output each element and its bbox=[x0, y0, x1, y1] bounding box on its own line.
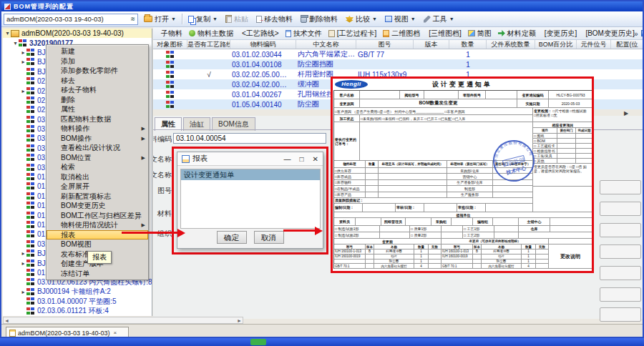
table-header-cell[interactable]: 图号 bbox=[356, 40, 414, 49]
context-menu-item[interactable]: 新建 bbox=[47, 46, 148, 56]
context-menu-item[interactable]: 物料使用情况统计 ▶ bbox=[47, 220, 148, 230]
compare-button[interactable]: 比较 ▼ bbox=[343, 14, 379, 25]
section-tab[interactable]: 子物料 bbox=[159, 29, 182, 39]
combo-dropdown-icon[interactable]: ≋ bbox=[130, 16, 135, 22]
context-menu-item[interactable]: 取消检出 bbox=[47, 172, 148, 182]
form-field[interactable] bbox=[600, 287, 641, 302]
delete-material-button[interactable]: 删除物料 bbox=[298, 14, 340, 25]
table-header-cell[interactable]: 数量 bbox=[449, 40, 487, 49]
form-field[interactable] bbox=[600, 307, 641, 322]
context-menu-item[interactable]: BOM操作 ▶ bbox=[47, 134, 148, 144]
table-header-cell[interactable]: 配置(位 bbox=[611, 40, 644, 49]
table-header-cell[interactable]: BOM百分比 bbox=[535, 40, 577, 49]
section-tab[interactable]: [BOM变更历史] bbox=[583, 29, 634, 39]
doc-cell: □ 图纸 bbox=[533, 134, 557, 139]
form-field[interactable] bbox=[600, 223, 641, 237]
material-code-field[interactable]: 03.10.04.00054 bbox=[173, 133, 326, 144]
tree-item[interactable]: ▸ BJ000194 卡箍组件A:2 bbox=[3, 287, 152, 297]
table-row[interactable]: 03.01.02.03044 内六角平端紧定… GB/T 77 1 bbox=[153, 49, 644, 59]
table-header-cell[interactable]: 是否有工艺路线 bbox=[187, 40, 230, 49]
context-menu-item[interactable]: 添加 bbox=[47, 56, 148, 66]
tree-expander-icon[interactable]: ▸ bbox=[20, 88, 26, 94]
scroll-left-icon[interactable]: ◄ bbox=[4, 318, 9, 323]
taskbar-button-fragment[interactable] bbox=[250, 339, 266, 345]
tree-expander-icon[interactable]: ▾ bbox=[4, 30, 11, 36]
tree-expander-icon[interactable]: ▸ bbox=[20, 49, 26, 56]
open-button[interactable]: 打开 ▼ bbox=[142, 14, 178, 25]
tabrow-overflow-chevron-icon[interactable]: » bbox=[634, 30, 638, 38]
context-menu-item[interactable]: 物料操作 ▶ bbox=[47, 124, 148, 134]
doc-cell: □照套标准 □无 bbox=[534, 113, 557, 117]
report-list-item-selected[interactable]: 设计变更通知单 bbox=[181, 169, 320, 180]
context-menu-item[interactable]: 属性 bbox=[47, 104, 148, 114]
table-header-cell[interactable]: 物料编码 bbox=[230, 40, 296, 49]
context-menu-item[interactable]: 冻结订单 bbox=[47, 269, 148, 279]
os-taskbar[interactable] bbox=[0, 338, 644, 346]
app-window: BOM管理列的配置 admBOM(2020-03-03 19-40-03) ≋ … bbox=[0, 0, 644, 338]
table-row[interactable]: 03.01.04.00108 防尘圈挡圈 1 bbox=[153, 59, 644, 69]
tree-item[interactable]: 03.01.04.00007 平垫圈:5 bbox=[3, 297, 152, 306]
remove-material-button[interactable]: 移去物料 bbox=[254, 14, 295, 25]
close-button[interactable]: ✕ bbox=[313, 155, 318, 163]
bom-version-combo[interactable]: admBOM(2020-03-03 19-40-03) ≋ bbox=[4, 14, 138, 25]
maximize-button[interactable]: □ bbox=[300, 155, 304, 163]
section-tab[interactable]: 二维图档 bbox=[383, 29, 420, 39]
form-field[interactable] bbox=[600, 180, 641, 194]
tree-expander-icon[interactable]: ▸ bbox=[20, 289, 26, 295]
form-field[interactable] bbox=[600, 266, 641, 280]
bom-item-icon bbox=[26, 192, 35, 200]
context-menu-item[interactable]: BOM位置 ▶ bbox=[47, 153, 148, 163]
context-menu-item[interactable]: 查看检出/设计状况 bbox=[47, 143, 148, 153]
ok-button[interactable]: 确定 bbox=[217, 231, 247, 244]
tree-expander-icon[interactable]: ▸ bbox=[20, 260, 26, 267]
section-tab[interactable]: 物料主数据 bbox=[189, 29, 233, 39]
horizontal-scrollbar[interactable]: ◄ ► bbox=[3, 317, 243, 324]
dialog-title-bar[interactable]: 报表 — □ ✕ bbox=[177, 152, 323, 166]
context-menu-item[interactable]: 删除 bbox=[47, 95, 148, 105]
table-header-cell[interactable]: 版本 bbox=[414, 40, 449, 49]
bottom-document-tab[interactable]: admBOM(2020-03-03 19-40-03) × bbox=[6, 327, 129, 338]
tree-expander-icon[interactable]: ▸ bbox=[20, 59, 26, 65]
title-bar[interactable]: BOM管理列的配置 bbox=[1, 1, 643, 11]
context-menu-item[interactable]: 全屏展开 bbox=[47, 182, 148, 192]
scroll-right-icon[interactable]: ► bbox=[237, 318, 242, 323]
table-header-cell[interactable]: 对象图标 bbox=[153, 40, 187, 49]
table-header-cell[interactable]: 元件位号 bbox=[577, 40, 611, 49]
section-tab[interactable]: 简图 bbox=[468, 29, 492, 39]
view-menu-button[interactable]: 视图 ▼ bbox=[383, 14, 418, 25]
context-menu-item[interactable]: 检索 bbox=[47, 162, 148, 172]
section-tab[interactable]: 材料定额 bbox=[498, 29, 536, 39]
form-field[interactable] bbox=[600, 202, 641, 216]
cancel-button[interactable]: 取消 bbox=[254, 231, 284, 244]
context-menu-item[interactable]: BOM变更历史 bbox=[47, 201, 148, 211]
context-menu-item[interactable]: 刷新配置项标志 bbox=[47, 192, 148, 202]
tree-item[interactable]: 02.03.06.01121 环板:4 bbox=[3, 306, 152, 315]
section-tab[interactable]: [工艺过程卡] bbox=[328, 29, 377, 39]
context-menu-item[interactable]: 匹配物料主数据 bbox=[47, 114, 148, 124]
tools-menu-button[interactable]: 工具 ▼ bbox=[421, 14, 457, 25]
tree-item[interactable]: ▾ admBOM(2020-03-03 19-40-03) bbox=[3, 29, 152, 38]
context-menu-item[interactable]: BOM视图 bbox=[47, 239, 148, 249]
table-header-cell[interactable]: 中文名称 bbox=[296, 40, 356, 49]
doc-cell: 仓库 bbox=[519, 226, 550, 232]
section-tab[interactable]: <工艺路线> bbox=[240, 29, 279, 39]
paste-button[interactable]: 粘贴 bbox=[223, 14, 250, 25]
tree-expander-icon[interactable]: ▾ bbox=[12, 40, 19, 46]
form-field[interactable] bbox=[600, 244, 641, 259]
context-menu-item[interactable]: 移去子物料 bbox=[47, 85, 148, 95]
copy-button[interactable]: 复制 ▼ bbox=[186, 14, 220, 25]
section-tab[interactable]: 物料发布库 bbox=[641, 29, 644, 39]
context-menu-item[interactable]: BOM工作区与归档区差异 bbox=[47, 211, 148, 221]
context-menu-item[interactable]: 移去 bbox=[47, 76, 148, 86]
section-tab[interactable]: 技术文件 bbox=[286, 29, 322, 39]
doc-cell: 阀组型号 bbox=[400, 91, 424, 99]
panel-expander-icon[interactable]: ▶ bbox=[624, 110, 628, 117]
table-header-cell[interactable]: 父件系统数量 bbox=[487, 40, 535, 49]
section-tab[interactable]: [三维图档] bbox=[426, 29, 462, 39]
doc-cell: 版本 bbox=[366, 244, 374, 249]
tree-expander-icon[interactable]: ▸ bbox=[20, 250, 26, 257]
section-tab[interactable]: [变更历史] bbox=[542, 29, 577, 39]
tab-close-icon[interactable]: × bbox=[114, 330, 117, 336]
minimize-button[interactable]: — bbox=[284, 155, 291, 163]
context-menu-item[interactable]: 添加参数化零部件 bbox=[47, 66, 148, 76]
